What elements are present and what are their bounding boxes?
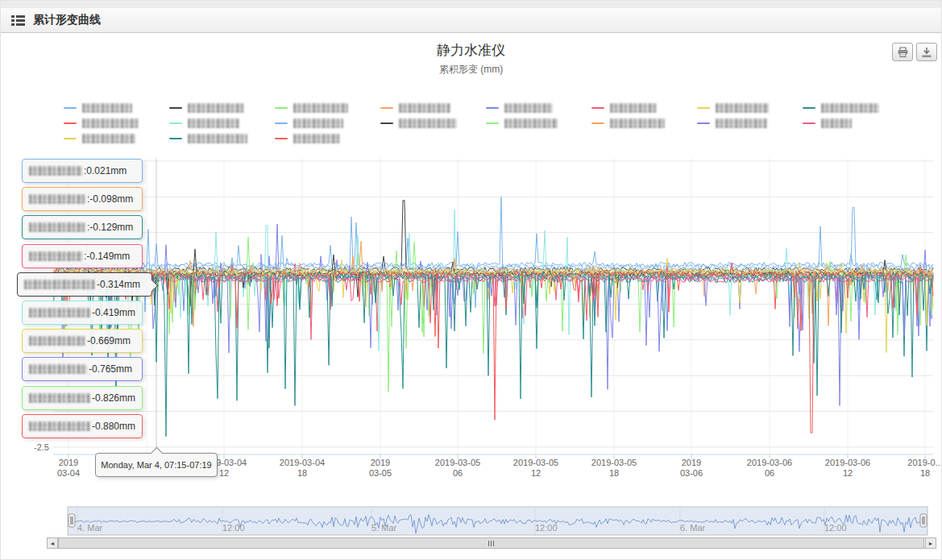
x-axis-label: 2019-03-0606 bbox=[725, 458, 814, 479]
legend-marker bbox=[591, 122, 604, 124]
legend-marker bbox=[275, 122, 288, 124]
x-axis-label: 2019-03-0512 bbox=[492, 458, 580, 479]
navigator-axis-label: 12:00 bbox=[824, 523, 847, 533]
legend-item[interactable] bbox=[64, 100, 169, 115]
tooltip-value: -0.314mm bbox=[97, 279, 140, 290]
navigator-axis-label: 6. Mar bbox=[680, 523, 705, 533]
tooltip-series-redacted bbox=[29, 308, 90, 317]
y-axis-label: -2.5 bbox=[25, 442, 49, 452]
tooltip-box: -0.669mm bbox=[22, 329, 143, 353]
navigator-axis-label: 12:00 bbox=[535, 523, 558, 533]
tooltip-value: :-0.098mm bbox=[87, 193, 133, 205]
tooltip-series-redacted bbox=[29, 421, 90, 431]
legend-marker bbox=[64, 138, 77, 139]
printer-icon bbox=[897, 47, 909, 58]
legend-item[interactable] bbox=[275, 100, 380, 115]
tooltip-series-redacted bbox=[24, 280, 95, 289]
navigator-handle-right[interactable] bbox=[920, 514, 927, 527]
tooltip-series-redacted bbox=[29, 336, 85, 346]
legend-label-redacted bbox=[716, 118, 767, 128]
legend-label-redacted bbox=[188, 118, 239, 128]
legend-item[interactable] bbox=[275, 115, 380, 131]
x-axis-label: 2019-03-0612 bbox=[803, 458, 892, 479]
legend-marker bbox=[64, 107, 77, 109]
legend-item[interactable] bbox=[169, 131, 275, 146]
legend-marker bbox=[169, 107, 182, 109]
navigator-axis-label: 4. Mar bbox=[77, 523, 102, 533]
x-axis-label: 2019-03-0506 bbox=[413, 458, 502, 479]
tooltip-box: :-0.098mm bbox=[22, 187, 143, 211]
legend-label-redacted bbox=[716, 103, 769, 113]
tooltip-box: -0.826mm bbox=[22, 386, 143, 410]
legend-item[interactable] bbox=[697, 100, 803, 115]
legend-label-redacted bbox=[82, 103, 132, 113]
tooltip-box: -0.765mm bbox=[22, 357, 143, 381]
legend-label-redacted bbox=[188, 103, 244, 113]
legend-marker bbox=[380, 122, 393, 124]
tooltip-value: :-0.129mm bbox=[87, 222, 133, 233]
legend-label-redacted bbox=[610, 118, 665, 128]
legend-item[interactable] bbox=[169, 115, 275, 131]
scrollbar-left-button[interactable]: ◄ bbox=[47, 537, 58, 549]
legend-item[interactable] bbox=[275, 131, 380, 146]
chart-title: 静力水准仪 bbox=[1, 41, 941, 60]
navigator-axis-label: 5. Mar bbox=[371, 523, 396, 533]
legend-marker bbox=[169, 122, 182, 124]
scrollbar-thumb[interactable] bbox=[58, 537, 924, 549]
tooltip-value: -0.765mm bbox=[89, 363, 132, 375]
legend-marker bbox=[803, 107, 815, 109]
legend-item[interactable] bbox=[64, 115, 169, 131]
tooltip-box: -0.880mm bbox=[22, 414, 143, 438]
legend-marker bbox=[169, 138, 182, 139]
legend-marker bbox=[591, 107, 604, 109]
tooltip-series-redacted bbox=[29, 364, 87, 374]
legend-item[interactable] bbox=[803, 115, 908, 131]
legend-label-redacted bbox=[504, 118, 558, 128]
tooltip-series-redacted bbox=[29, 194, 85, 204]
legend-label-redacted bbox=[399, 103, 450, 113]
download-button[interactable] bbox=[916, 43, 937, 61]
tooltip-series-redacted bbox=[29, 166, 82, 176]
scrollbar-grip-icon bbox=[488, 541, 495, 546]
tooltip-value: -0.826mm bbox=[92, 392, 135, 404]
legend-label-redacted bbox=[610, 103, 657, 113]
legend-item[interactable] bbox=[380, 115, 486, 131]
print-button[interactable] bbox=[892, 43, 913, 61]
legend-item[interactable] bbox=[64, 131, 169, 146]
legend-marker bbox=[64, 122, 77, 124]
legend-marker bbox=[380, 107, 393, 109]
legend-item[interactable] bbox=[380, 100, 486, 115]
legend-item[interactable] bbox=[169, 100, 275, 115]
tooltip-series-redacted bbox=[29, 251, 82, 261]
legend-marker bbox=[486, 122, 499, 124]
legend-label-redacted bbox=[82, 134, 135, 143]
legend-item[interactable] bbox=[697, 115, 803, 131]
legend-item[interactable] bbox=[591, 115, 697, 131]
navigator-handle-left[interactable] bbox=[68, 514, 75, 527]
legend bbox=[64, 100, 911, 146]
tooltip-series-redacted bbox=[29, 222, 85, 232]
x-axis-label: 2019-0...18 bbox=[881, 458, 942, 479]
legend-label-redacted bbox=[293, 103, 348, 113]
legend-label-redacted bbox=[82, 118, 139, 128]
legend-item[interactable] bbox=[591, 100, 697, 115]
tooltip-value: -0.419mm bbox=[92, 307, 135, 318]
tooltip-value: -0.669mm bbox=[87, 335, 131, 346]
tooltip-value: :-0.149mm bbox=[84, 251, 130, 262]
x-axis-label: 2019-03-0418 bbox=[258, 458, 347, 479]
navigator-axis-label: 12:00 bbox=[222, 523, 245, 533]
tooltip-box: :0.021mm bbox=[22, 159, 143, 183]
tooltip-box: :-0.149mm bbox=[22, 244, 143, 268]
scrollbar-right-button[interactable]: ► bbox=[925, 537, 936, 549]
x-axis-label: 201903-05 bbox=[336, 458, 425, 479]
legend-label-redacted bbox=[821, 103, 879, 113]
legend-label-redacted bbox=[293, 134, 340, 143]
legend-item[interactable] bbox=[803, 100, 908, 115]
chart-subtitle: 累积形变 (mm) bbox=[1, 63, 941, 77]
tooltip-series-redacted bbox=[29, 393, 90, 403]
legend-marker bbox=[486, 107, 499, 109]
legend-item[interactable] bbox=[486, 115, 591, 131]
tooltip-value: -0.880mm bbox=[92, 421, 135, 432]
tooltip-date: Monday, Mar 4, 07:15-07:19 bbox=[95, 453, 218, 477]
legend-item[interactable] bbox=[486, 100, 591, 115]
